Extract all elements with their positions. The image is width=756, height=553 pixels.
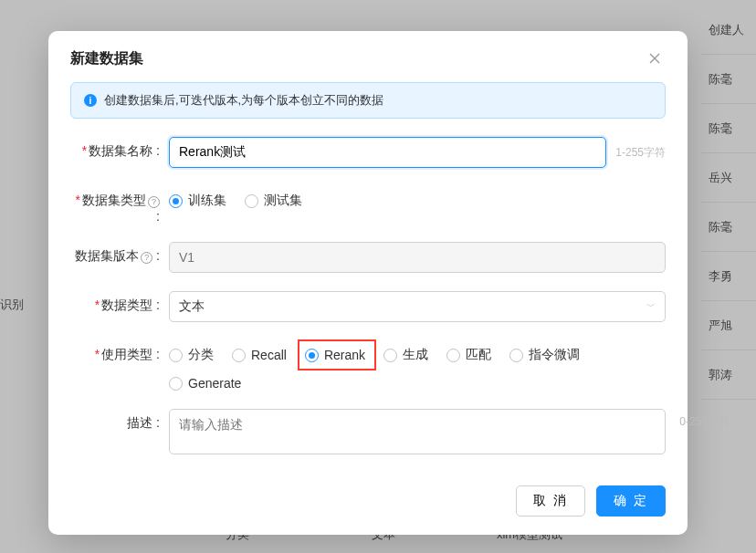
radio-label: 训练集 [188,193,226,209]
radio-icon [446,349,460,362]
radio-label: Rerank [324,348,365,362]
info-banner: i 创建数据集后,可迭代版本,为每个版本创立不同的数据 [70,82,666,119]
radio-training-set[interactable]: 训练集 [169,193,226,209]
radio-icon [169,349,183,362]
radio-label: Recall [251,348,287,362]
radio-icon [383,349,397,362]
radio-usage-recall[interactable]: Recall [232,347,287,363]
radio-label: 测试集 [264,193,302,209]
label-data-type: *数据类型 : [70,291,169,314]
label-dataset-version: 数据集版本? : [70,242,169,265]
radio-usage-rerank[interactable]: Rerank [298,339,376,370]
desc-hint: 0-255字符 [679,414,730,430]
create-dataset-modal: 新建数据集 i 创建数据集后,可迭代版本,为每个版本创立不同的数据 *数据集名称… [48,31,688,535]
radio-label: 指令微调 [529,347,580,363]
radio-icon [509,349,523,362]
radio-icon [232,349,246,362]
info-icon: i [84,94,97,107]
label-dataset-type: *数据集类型? : [70,186,169,224]
radio-icon [305,349,319,362]
dataset-version-input [169,242,666,273]
close-button[interactable] [644,47,666,69]
name-hint: 1-255字符 [615,145,666,161]
cancel-button[interactable]: 取 消 [516,485,585,516]
radio-usage-classify[interactable]: 分类 [169,347,214,363]
radio-label: 匹配 [466,347,491,363]
confirm-button[interactable]: 确 定 [596,485,666,516]
data-type-select[interactable]: 文本 ﹀ [169,291,666,322]
info-banner-text: 创建数据集后,可迭代版本,为每个版本创立不同的数据 [104,92,383,109]
radio-test-set[interactable]: 测试集 [245,193,302,209]
dataset-name-input[interactable] [169,137,606,168]
radio-usage-generate-en[interactable]: Generate [169,376,241,391]
radio-usage-generate-cn[interactable]: 生成 [383,347,428,363]
radio-label: 生成 [403,347,428,363]
radio-icon [169,194,183,208]
radio-label: Generate [188,376,241,391]
label-usage-type: *使用类型 : [70,340,169,363]
description-textarea[interactable] [169,409,666,454]
chevron-down-icon: ﹀ [646,300,656,313]
radio-icon [169,377,183,391]
select-value: 文本 [179,298,205,315]
radio-icon [245,194,258,208]
help-icon[interactable]: ? [141,252,152,264]
close-icon [649,53,660,64]
label-description: 描述 : [70,409,169,432]
help-icon[interactable]: ? [148,196,160,208]
radio-usage-instruct-tune[interactable]: 指令微调 [509,347,580,363]
radio-usage-match[interactable]: 匹配 [446,347,491,363]
label-dataset-name: *数据集名称 : [70,137,169,160]
modal-title: 新建数据集 [70,49,143,68]
radio-label: 分类 [188,347,214,363]
